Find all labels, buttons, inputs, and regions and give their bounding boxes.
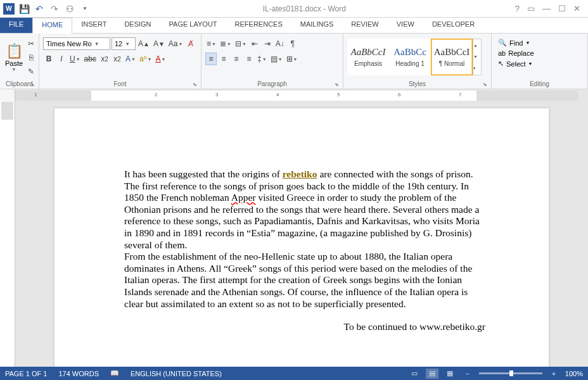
maximize-icon[interactable]: ☐: [558, 4, 566, 13]
font-launcher-icon[interactable]: ⬊: [193, 82, 197, 87]
select-button[interactable]: ↖Select ▼: [494, 58, 585, 69]
ribbon-options-icon[interactable]: ▭: [527, 4, 535, 13]
highlight-icon[interactable]: aᵇ▼: [138, 53, 153, 65]
format-painter-icon[interactable]: ✎: [25, 65, 37, 78]
style-emphasis[interactable]: AaBbCcI Emphasis: [347, 39, 389, 75]
status-words[interactable]: 174 WORDS: [58, 370, 99, 377]
replace-icon: ab: [498, 49, 506, 57]
ribbon-tabs: FILE HOME INSERT DESIGN PAGE LAYOUT REFE…: [0, 18, 588, 34]
align-left-icon[interactable]: ≡: [205, 53, 217, 65]
subscript-button[interactable]: x2: [99, 53, 110, 65]
tab-review[interactable]: REVIEW: [342, 18, 387, 33]
style-normal[interactable]: AaBbCcI ¶ Normal: [431, 39, 473, 75]
continued-line[interactable]: To be continued to www.rebetiko.gr: [124, 321, 485, 333]
qat-customize-icon[interactable]: ▼: [79, 3, 91, 15]
find-icon: 🔍: [498, 39, 507, 47]
clipboard-launcher-icon[interactable]: ⬊: [30, 82, 35, 87]
horizontal-ruler-area: 1 2 3 4 5 6 7: [0, 89, 588, 102]
clear-format-icon[interactable]: A̸: [185, 37, 196, 50]
copy-icon[interactable]: ⎘: [25, 51, 37, 64]
multilevel-icon[interactable]: ⊟▼: [234, 37, 248, 50]
redo-icon[interactable]: ↷: [48, 3, 61, 15]
text-effects-icon[interactable]: A▼: [124, 53, 137, 65]
shrink-font-icon[interactable]: A▼: [152, 37, 166, 50]
horizontal-ruler[interactable]: 1 2 3 4 5 6 7: [15, 91, 578, 101]
increase-indent-icon[interactable]: ⇥: [262, 37, 273, 50]
font-name-combo[interactable]: Times New Ro▼: [43, 37, 110, 50]
window-title: IL-ates0181.docx - Word: [94, 4, 515, 13]
italic-button[interactable]: I: [56, 53, 67, 65]
document-area[interactable]: It has been suggested that the origins o…: [15, 102, 588, 367]
zoom-in-icon[interactable]: +: [547, 369, 560, 379]
zoom-slider[interactable]: [479, 372, 542, 374]
paste-button[interactable]: 📋 Paste ▼: [3, 35, 25, 79]
orgchart-icon[interactable]: ⚇: [63, 3, 76, 15]
align-center-icon[interactable]: ≡: [218, 53, 229, 65]
tab-view[interactable]: VIEW: [388, 18, 423, 33]
status-page[interactable]: PAGE 1 OF 1: [5, 370, 47, 377]
style-heading1[interactable]: AaBbCc Heading 1: [389, 39, 431, 75]
undo-icon[interactable]: ↶: [33, 3, 46, 15]
zoom-out-icon[interactable]: −: [461, 369, 474, 379]
superscript-button[interactable]: x2: [112, 53, 123, 65]
rebetiko-link[interactable]: rebetiko: [283, 168, 317, 179]
underline-button[interactable]: U▼: [68, 53, 82, 65]
numbering-icon[interactable]: ≣▼: [219, 37, 233, 50]
clipboard-icon: 📋: [6, 43, 23, 60]
paragraph-1[interactable]: It has been suggested that the origins o…: [124, 168, 485, 251]
status-proof-icon[interactable]: 📖: [110, 369, 119, 377]
title-bar: W 💾 ↶ ↷ ⚇ ▼ IL-ates0181.docx - Word ? ▭ …: [0, 0, 588, 18]
vertical-ruler[interactable]: [0, 102, 15, 367]
help-icon[interactable]: ?: [515, 4, 520, 13]
font-color-icon[interactable]: A▼: [155, 53, 167, 65]
find-button[interactable]: 🔍Find ▼: [494, 37, 585, 48]
change-case-icon[interactable]: Aa▼: [167, 37, 184, 50]
print-layout-icon[interactable]: ▤: [426, 369, 438, 379]
paragraph-launcher-icon[interactable]: ⬊: [335, 82, 339, 87]
read-mode-icon[interactable]: ▭: [408, 369, 421, 379]
line-spacing-icon[interactable]: ‡▼: [256, 53, 268, 65]
replace-button[interactable]: abReplace: [494, 48, 585, 58]
close-icon[interactable]: ✕: [573, 4, 580, 13]
page: It has been suggested that the origins o…: [54, 108, 549, 367]
web-layout-icon[interactable]: ▦: [444, 369, 456, 379]
sort-icon[interactable]: A↓: [274, 37, 286, 50]
decrease-indent-icon[interactable]: ⇤: [249, 37, 260, 50]
align-right-icon[interactable]: ≡: [231, 53, 242, 65]
bullets-icon[interactable]: ≡▼: [205, 37, 217, 50]
tab-references[interactable]: REFERENCES: [226, 18, 291, 33]
tab-pagelayout[interactable]: PAGE LAYOUT: [160, 18, 226, 33]
paste-label: Paste: [5, 60, 23, 67]
font-group-label: Font: [113, 80, 126, 87]
tab-design[interactable]: DESIGN: [115, 18, 160, 33]
styles-more-icon[interactable]: ▲▼▾: [473, 39, 482, 75]
bold-button[interactable]: B: [43, 53, 54, 65]
grow-font-icon[interactable]: A▲: [137, 37, 151, 50]
tab-file[interactable]: FILE: [0, 18, 32, 33]
save-icon[interactable]: 💾: [18, 3, 30, 15]
minimize-icon[interactable]: —: [542, 4, 551, 13]
tab-insert[interactable]: INSERT: [72, 18, 115, 33]
shading-icon[interactable]: ▤▼: [269, 53, 284, 65]
styles-launcher-icon[interactable]: ⬊: [483, 82, 487, 87]
select-icon: ↖: [498, 60, 504, 68]
status-language[interactable]: ENGLISH (UNITED STATES): [131, 370, 222, 377]
cut-icon[interactable]: ✂: [25, 37, 37, 50]
zoom-level[interactable]: 100%: [565, 370, 583, 377]
strike-button[interactable]: abc: [83, 53, 98, 65]
ribbon: 📋 Paste ▼ ✂ ⎘ ✎ Clipboard⬊ Times New Ro▼…: [0, 34, 588, 89]
show-marks-icon[interactable]: ¶: [287, 37, 298, 50]
tab-home[interactable]: HOME: [32, 18, 72, 34]
editing-group-label: Editing: [530, 80, 549, 87]
tab-developer[interactable]: DEVELOPER: [423, 18, 483, 33]
justify-icon[interactable]: ≡: [243, 53, 255, 65]
status-bar: PAGE 1 OF 1 174 WORDS 📖 ENGLISH (UNITED …: [0, 367, 588, 380]
clipboard-group-label: Clipboard: [6, 80, 33, 87]
paragraph-group-label: Paragraph: [257, 80, 287, 87]
spellcheck-apper[interactable]: Apper: [231, 192, 256, 203]
tab-mailings[interactable]: MAILINGS: [291, 18, 343, 33]
paragraph-2[interactable]: From the establishment of the neo-Hellen…: [124, 251, 485, 310]
word-app-icon: W: [3, 3, 15, 15]
borders-icon[interactable]: ⊞▼: [285, 53, 299, 65]
font-size-combo[interactable]: 12▼: [112, 37, 136, 50]
